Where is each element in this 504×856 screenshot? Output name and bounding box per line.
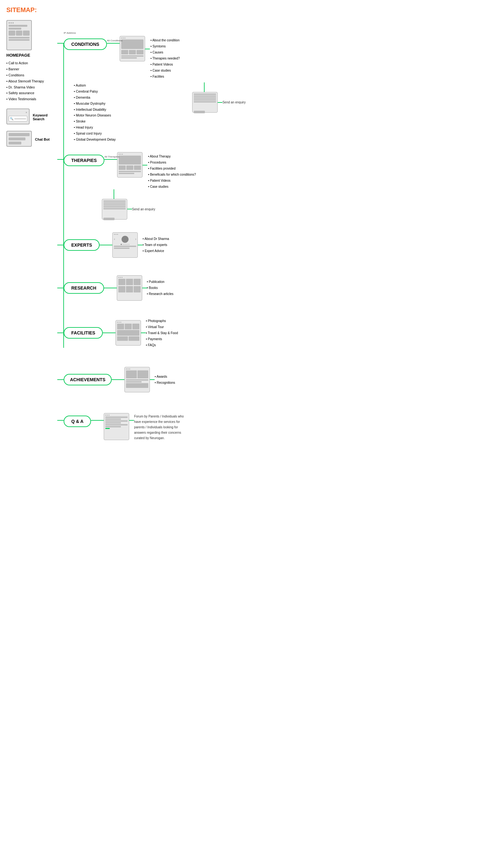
conditions-enquiry-row: Send an enquiry: [192, 92, 246, 113]
conditions-info-box: About the condition Symtoms Causes Thera…: [150, 38, 180, 79]
research-mockup: [117, 275, 142, 301]
therapies-info-box: About Therapy Procedures Facilities prov…: [147, 154, 196, 189]
facilities-info-box: Photographs Virtual Tour Travel & Stay &…: [146, 318, 178, 348]
achievements-mockup: [124, 367, 150, 392]
homepage-item: Dr. Sharma Video: [6, 84, 57, 90]
achievements-section: ACHIEVEMENTS Awards Recognitions: [57, 367, 246, 392]
homepage-items: Call to Action Banner Conditions About S…: [6, 60, 57, 102]
facilities-section: FACILITIES: [57, 318, 246, 348]
homepage-item: About Stemcell Therapy: [6, 78, 57, 84]
conditions-sub-items: Autism Cerebral Palsy Dementia Muscular …: [71, 83, 116, 143]
homepage-label: HOMEPAGE: [6, 53, 57, 58]
sidebar: HOMEPAGE Call to Action Banner Condition…: [6, 20, 57, 441]
facilities-mockup: [115, 320, 141, 345]
chatbot-label: Chat Bot: [35, 138, 50, 141]
experts-mockup: ‹ ›: [112, 232, 138, 258]
research-section: RESEARCH: [57, 275, 246, 301]
therapies-node: THERAPIES: [64, 155, 104, 166]
ip-address-label: IP Address: [64, 32, 76, 34]
therapies-enquiry-row: Send an enquiry: [102, 199, 155, 219]
homepage-item: Call to Action: [6, 60, 57, 66]
experts-section: EXPERTS ‹ ›: [57, 232, 246, 258]
experts-info-box: About Dr Sharma Team of experts Expert A…: [143, 236, 169, 254]
therapies-section: THERAPIES All Therapies: [57, 152, 246, 219]
qanda-text: Forum by Parents / Individuals who have …: [134, 414, 185, 441]
keyword-search-widget: ✕ 🔍: [6, 108, 30, 124]
keyword-search-label: Keyword Search: [33, 113, 57, 121]
enquiry-line: [218, 102, 222, 103]
homepage-item: Safety assurance: [6, 90, 57, 96]
sitemap-tree: IP Address CONDITIONS All Conditions: [57, 20, 246, 441]
qanda-mockup: [104, 413, 129, 440]
conditions-info-line: [145, 49, 150, 49]
conditions-page-mockup: [120, 36, 145, 61]
conditions-enquiry-text: Send an enquiry: [222, 101, 246, 104]
research-info-box: Publication Books Research articles: [147, 279, 174, 297]
achievements-info-box: Awards Recognitions: [155, 374, 175, 385]
qanda-section: Q & A Forum by Parents / Individuals who…: [57, 413, 246, 441]
therapies-page-mockup: [117, 152, 143, 178]
conditions-enquiry-vline: [204, 83, 204, 92]
conditions-section: IP Address CONDITIONS All Conditions: [57, 36, 246, 143]
conditions-out-line: [107, 43, 120, 43]
h-connector: [57, 43, 64, 43]
chatbot-widget: [6, 131, 32, 147]
homepage-item: Banner: [6, 66, 57, 72]
conditions-node: CONDITIONS: [64, 38, 107, 50]
homepage-item: Video Testimonials: [6, 96, 57, 102]
homepage-item: Conditions: [6, 72, 57, 78]
conditions-pill: CONDITIONS: [64, 38, 107, 50]
all-conditions-label: All Conditions: [107, 39, 123, 42]
sitemap-title: SITEMAP:: [6, 6, 246, 14]
homepage-mockup: [6, 20, 32, 50]
